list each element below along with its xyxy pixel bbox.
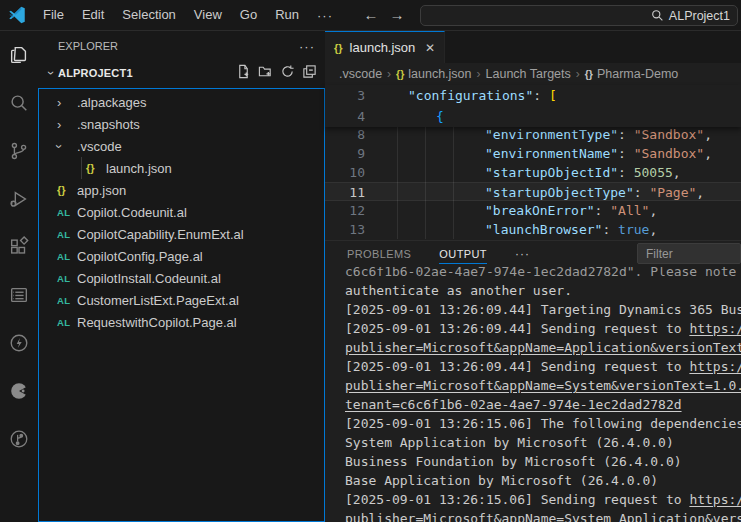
file-label: RequestwithCopilot.Page.al — [77, 315, 237, 330]
command-center-search[interactable]: ALProject1 — [420, 5, 738, 26]
copilot-icon[interactable] — [0, 367, 38, 415]
remote-explorer-icon[interactable] — [0, 415, 38, 463]
back-arrow-icon[interactable]: ← — [360, 0, 382, 30]
run-debug-icon[interactable] — [0, 175, 38, 223]
search-icon[interactable] — [0, 79, 38, 127]
menu-file[interactable]: File — [34, 0, 73, 30]
power-icon[interactable] — [0, 319, 38, 367]
line-number: 9 — [325, 144, 365, 163]
output-line: publisher=Microsoft&appName=Application&… — [345, 338, 741, 357]
file-label: .vscode — [77, 139, 122, 154]
code-editor[interactable]: 3"configurations": [4{ 8"environmentType… — [325, 85, 741, 240]
tree-item-snapshots[interactable]: ›.snapshots — [39, 113, 324, 135]
output-link[interactable]: tenant=c6c6f1b6-02ae-4ae7-974e-1ec2dad27… — [345, 397, 682, 412]
source-control-icon[interactable] — [0, 127, 38, 175]
output-line: authenticate as another user. — [345, 281, 741, 300]
explorer-more-button[interactable]: ··· — [299, 39, 315, 54]
close-icon[interactable]: ✕ — [425, 41, 435, 55]
tree-item-copilotinstall-codeunit-al[interactable]: ALCopilotInstall.Codeunit.al — [39, 267, 324, 289]
al-object-list-icon[interactable] — [0, 271, 38, 319]
code-line-3[interactable]: 3"configurations": [ — [325, 85, 741, 106]
line-number: 3 — [325, 85, 365, 106]
vscode-window: FileEditSelectionViewGoRun ··· ← → ALPro… — [0, 0, 741, 522]
line-number: 13 — [325, 220, 365, 239]
al-icon: AL — [57, 207, 77, 218]
line-number: 11 — [325, 183, 365, 202]
menu-view[interactable]: View — [185, 0, 231, 30]
output-link[interactable]: publisher=Microsoft&appName=System Appli… — [345, 511, 741, 522]
panel-more-button[interactable]: ··· — [515, 247, 530, 261]
file-label: .alpackages — [77, 95, 146, 110]
tree-item-requestwithcopilot-page-al[interactable]: ALRequestwithCopilot.Page.al — [39, 311, 324, 333]
output-link[interactable]: publisher=Microsoft&appName=Application&… — [345, 340, 741, 355]
output-link[interactable]: https:// — [689, 359, 741, 374]
new-folder-icon[interactable] — [258, 64, 273, 83]
menu-overflow-button[interactable]: ··· — [308, 8, 342, 23]
output-line: [2025-09-01 13:26:09.44] Sending request… — [345, 357, 741, 376]
menu-edit[interactable]: Edit — [73, 0, 113, 30]
output-link[interactable]: https:// — [689, 492, 741, 507]
code-text: "launchBrowser": true, — [485, 220, 657, 239]
al-icon: AL — [57, 251, 77, 262]
code-line-13[interactable]: 13"launchBrowser": true, — [325, 220, 741, 239]
breadcrumb-launch-json[interactable]: {}launch.json — [396, 67, 471, 81]
indent-guide — [81, 157, 82, 179]
json-file-icon: {} — [396, 68, 404, 80]
collapse-all-icon[interactable] — [302, 64, 317, 83]
code-line-9[interactable]: 9"environmentName": "Sandbox", — [325, 144, 741, 163]
tree-item-launch-json[interactable]: {}launch.json — [39, 157, 324, 179]
file-label: Copilot.Codeunit.al — [77, 205, 187, 220]
line-number: 12 — [325, 201, 365, 220]
al-icon: AL — [57, 229, 77, 240]
tree-item-vscode[interactable]: ›.vscode — [39, 135, 324, 157]
code-text: "startupObjectId": 50055, — [485, 163, 681, 182]
breadcrumb-label: .vscode — [339, 67, 382, 81]
menu-selection[interactable]: Selection — [113, 0, 184, 30]
tree-item-customerlistext-pageext-al[interactable]: ALCustomerListExt.PageExt.al — [39, 289, 324, 311]
tab-label: launch.json — [350, 40, 418, 55]
tree-item-copilotcapability-enumext-al[interactable]: ALCopilotCapability.EnumExt.al — [39, 223, 324, 245]
breadcrumb-vscode[interactable]: .vscode — [339, 67, 382, 81]
code-text: { — [436, 106, 444, 127]
search-icon — [651, 9, 664, 22]
menu-go[interactable]: Go — [231, 0, 266, 30]
output-line: [2025-09-01 13:26:09.44] Targeting Dynam… — [345, 300, 741, 319]
code-text: "environmentName": "Sandbox", — [485, 144, 712, 163]
code-line-11[interactable]: 11"startupObjectType": "Page", — [325, 182, 741, 201]
tab-launch-json[interactable]: {} launch.json ✕ — [325, 31, 445, 63]
extensions-icon[interactable] — [0, 223, 38, 271]
forward-arrow-icon[interactable]: → — [386, 0, 408, 30]
sticky-scroll: 3"configurations": [4{ — [325, 85, 741, 127]
output-link[interactable]: publisher=Microsoft&appName=System&versi… — [345, 378, 741, 393]
refresh-icon[interactable] — [280, 64, 295, 83]
menu-run[interactable]: Run — [266, 0, 308, 30]
project-root-row[interactable]: › ALPROJECT1 — [38, 61, 325, 85]
tree-item-app-json[interactable]: {}app.json — [39, 179, 324, 201]
file-tree: ›.alpackages›.snapshots›.vscode{}launch.… — [38, 88, 325, 522]
tree-item-copilot-codeunit-al[interactable]: ALCopilot.Codeunit.al — [39, 201, 324, 223]
tree-item-alpackages[interactable]: ›.alpackages — [39, 91, 324, 113]
code-line-4[interactable]: 4{ — [325, 106, 741, 127]
breadcrumb-launch-targets[interactable]: Launch Targets — [486, 67, 571, 81]
new-file-icon[interactable] — [236, 64, 251, 83]
breadcrumb-pharma-demo[interactable]: {}Pharma-Demo — [585, 67, 678, 81]
panel-header: PROBLEMSOUTPUT··· — [325, 241, 741, 267]
explorer-icon[interactable] — [0, 31, 38, 79]
file-label: app.json — [77, 183, 126, 198]
code-line-8[interactable]: 8"environmentType": "Sandbox", — [325, 127, 741, 144]
panel-tab-problems[interactable]: PROBLEMS — [347, 241, 411, 267]
tree-item-copilotconfig-page-al[interactable]: ALCopilotConfig.Page.al — [39, 245, 324, 267]
output-line: Business Foundation by Microsoft (26.4.0… — [345, 452, 741, 471]
chevron-right-icon: › — [57, 117, 77, 132]
output-link[interactable]: https:// — [689, 321, 741, 336]
code-line-12[interactable]: 12"breakOnError": "All", — [325, 201, 741, 220]
panel-tab-output[interactable]: OUTPUT — [439, 241, 487, 267]
output-log[interactable]: c6c6f1b6-02ae-4ae7-974e-1ec2dad2782d". P… — [325, 267, 741, 522]
chevron-right-icon: › — [477, 67, 481, 81]
code-text: "breakOnError": "All", — [485, 201, 657, 220]
breadcrumb-label: Pharma-Demo — [597, 67, 678, 81]
line-number: 8 — [325, 127, 365, 144]
output-filter-input[interactable] — [637, 243, 741, 264]
code-line-10[interactable]: 10"startupObjectId": 50055, — [325, 163, 741, 182]
explorer-title: EXPLORER — [58, 40, 299, 52]
